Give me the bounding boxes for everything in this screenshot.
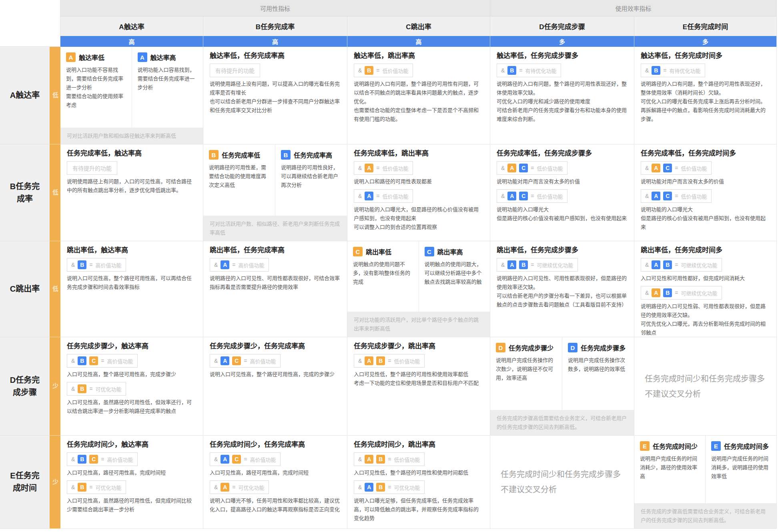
formula-result: 高价值功能 [250,456,276,463]
level-bar-a: 高 [60,36,203,47]
a-blue-badge: A [652,192,660,200]
cell-title: 任务完成步骤少，跳出率高 [354,342,483,351]
formula-box: &AB=低价值功能 [354,452,425,466]
b-blue-badge: B [663,260,672,269]
cell-text: 说明使用路径上没有问题，可以提高入口的曝光看任务完成率是否有增长 也可以结合新老… [210,80,341,115]
equals-symbol: = [531,193,534,199]
formula-result: 低价值功能 [681,164,707,172]
cell-a-d: 触达率低，任务完成步骤多&B=有待优化功能说明路径的入口有问题，整个路径的可用性… [490,47,634,144]
split-panel: A触达率高说明功能入口容易找到，需要结合任务完成率进一步分析 [132,47,203,128]
split-panels: B任务完成率低说明路径的可用性差，需要结合功能的使用难度再次定义高低B任务完成率… [203,144,347,216]
ampersand-symbol: & [501,262,505,268]
a-orange-badge: A [652,288,660,297]
cell-text: 说明路径的入口可见性弱、可用性都表现很好，但是路径的使用效率还欠缺。 可优先优化… [641,302,770,337]
b-blue-badge: B [652,66,660,75]
b-orange-badge: B [376,356,385,365]
level-bar-e: 多 [634,36,777,47]
panel-text: 说明触点的使用问题大，可以继续分析路径中多个触点去找跳出率较高的触 [425,260,485,286]
formula-result: 低价值功能 [383,192,409,200]
panel-title: 跳出率低 [366,247,391,256]
cell-text: 说明功能对用户而言没有太多的价值 [497,177,628,186]
split-panel: D任务完成步骤少说明用户完成任务操作的次数少，说明路径不仅可用，效率还高 [490,337,562,410]
cell-text: 说明入口和路径的可用性表现都差 [354,177,483,186]
cell-text: 说明路径的入口有问题，整个路径的可用性表现还好，整体使用效率（消耗时间长）欠缺。… [641,80,770,124]
cell-b-a: 任务完成率低，触达率高有待提升的功能说明使用路径上有问题，入口的可见性高，可结合… [60,144,203,241]
matrix-row-b: B任务完成率 低 任务完成率低，触达率高有待提升的功能说明使用路径上有问题，入口… [0,144,777,241]
cell-note: 可对比活跃用户数、相似路径、新老用户来判断任务完成率高低 [203,216,347,241]
row-label-d: D任务完成步骤 [0,337,50,436]
cell-title: 跳出率低，任务完成时间多 [641,246,770,255]
matrix-body: A触达率 低 A触达率低说明入口功能不容易找到，需要结合任务完成率进一步分析 需… [0,47,777,529]
cell-text: 入口可见性高，路径可用性高，完成时间短 [210,468,341,477]
cell-note: 可对比活跃用户数和相似路径触达率来判断高低 [60,128,203,144]
cell-text: 说明路径的入口可见性、可用性都表现很好，可结合效率指标再看是否需要提升路径的使用… [210,274,341,292]
ampersand-symbol: & [358,484,362,490]
cell-e-c: 任务完成时间少，跳出率高&AB=低价值功能入口可见性低，整个路径的可用性和使用时… [347,436,490,529]
formula-box: &A=高价值功能 [210,258,269,272]
formula-box: &AB=可继续优化功能 [641,286,722,300]
b-blue-badge: B [507,66,516,75]
ampersand-symbol: & [358,193,362,199]
cell-text: 说明入口可见性高，整个路径可用性高，完成的步骤少 [210,370,341,379]
b-blue-badge: B [663,288,672,297]
not-recommended-text: 任务完成时间少和任务完成步骤多 不建议交叉分析 [645,371,766,402]
cell-note: 任务完成的步骤高低需要结合业务定义，可结合新老用户的任务完成步骤的区间去判断高低… [490,410,634,435]
e-orange-badge: E [640,441,650,451]
formula-result: 可优化功能 [394,484,420,491]
cell-a-b: 触达率低，任务完成率高有待提升的功能说明使用路径上没有问题，可以提高入口的曝光看… [203,47,347,144]
formula-result: 高价值功能 [239,261,265,269]
ampersand-symbol: & [645,290,649,296]
cell-text: 说明入口曝光足够，但任务完成率低，任务完成效率高，可以降低触点的跳出率，并观察任… [354,496,483,523]
cell-title: 任务完成时间少，触达率高 [67,440,197,449]
c-blue-badge: C [663,164,672,172]
ampersand-symbol: & [71,386,75,392]
c-blue-badge: C [519,192,528,200]
ampersand-symbol: & [501,165,505,171]
cell-e-b: 任务完成时间少，任务完成率高&AC=高价值功能入口可见性高，路径可用性高，完成时… [203,436,347,529]
cell-b-e: 任务完成率低，任务完成时间多&AC=低价值功能说明功能对用户而言没有太多的价值&… [634,144,777,241]
equals-symbol: = [531,165,534,171]
panel-title-row: D任务完成步骤多 [568,343,628,352]
panel-text: 说明功能入口容易找到，需要结合任务完成率进一步分析 [138,66,198,92]
matrix-row-d: D任务完成步骤 少 任务完成步骤少，触达率高&BC=高价值功能入口可见性高，整个… [0,337,777,436]
row-level-strip-e: 少 [50,436,60,529]
panel-title: 任务完成步骤少 [509,343,553,352]
ampersand-symbol: & [358,165,362,171]
cell-text: 入口可见性低，整个路径的可用性和使用效率都低 考虑一下功能的定位和使用场景是否和… [354,370,483,388]
a-orange-badge: A [652,164,660,172]
cell-c-c: C跳出率低说明触点的使用问题不多，没有影响整体任务的完成C跳出率高说明触点的使用… [347,241,490,337]
panel-title: 触达率低 [79,52,104,62]
cell-text: 入口可见性高，整个路径可用性高，完成步骤少 [67,370,197,379]
cell-text: 说明路径的入口可见性、可用性都表现很好，但是路径的使用效率还欠缺。 可以结合新老… [497,274,628,309]
cell-e-d: 任务完成时间少和任务完成步骤多 不建议交叉分析 [490,436,634,529]
panel-title: 任务完成时间少 [653,441,698,451]
cell-b-d: 任务完成率低，任务完成步骤多&AC=低价值功能说明功能对用户而言没有太多的价值&… [490,144,634,241]
cell-text: 说明功能对用户而言没有太多的价值 [641,177,770,186]
row-level-strip-a: 低 [50,47,60,144]
cell-text: 入口可见性和可用性都好，但完成时间消耗大 [641,274,770,283]
c-blue-badge: C [519,164,528,172]
level-bar-c: 高 [347,36,490,47]
formula-result: 低价值功能 [681,192,707,200]
formula-box: &AC=低价值功能 [641,189,712,203]
cell-text: 说明入口可见性高，整个路径可用性高，可以再结合任务完成步骤和时间去看效率指标 [67,274,197,292]
cell-title: 任务完成率低，任务完成步骤多 [497,149,628,158]
panel-title: 任务完成率低 [222,150,260,160]
a-blue-badge: A [365,192,373,200]
ampersand-symbol: & [214,484,218,490]
panel-title-row: E任务完成时间少 [640,441,700,451]
level-bar-row: 高 高 高 多 多 [60,36,777,47]
cell-title: 任务完成时间少，任务完成率高 [210,440,341,449]
equals-symbol: = [376,165,379,171]
split-panel: B任务完成率高说明路径的可用性良好，可以再继续结合新老用户再次分析 [275,144,347,216]
ampersand-symbol: & [71,484,75,490]
equals-symbol: = [675,290,678,296]
cell-title: 跳出率低，任务完成步骤多 [497,246,628,255]
split-panel: C跳出率低说明触点的使用问题不多，没有影响整体任务的完成 [347,241,419,312]
d-blue-badge: D [568,343,577,352]
panel-title-row: E任务完成时间多 [711,441,771,451]
ampersand-symbol: & [645,193,649,199]
ampersand-symbol: & [214,358,218,364]
row-label-a: A触达率 [0,47,50,144]
cell-c-d: 跳出率低，任务完成步骤多&AB=可继续优化功能说明路径的入口可见性、可用性都表现… [490,241,634,337]
